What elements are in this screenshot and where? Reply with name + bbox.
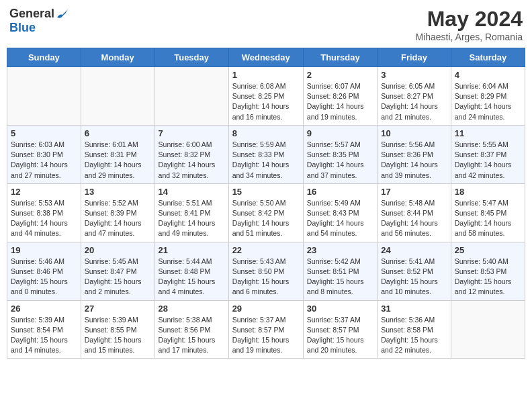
day-info-line: and 4 minutes. (159, 287, 205, 295)
calendar-cell: 15Sunrise: 5:50 AMSunset: 8:42 PMDayligh… (228, 183, 303, 242)
day-number: 3 (381, 70, 447, 80)
weekday-header-thursday: Thursday (303, 48, 377, 67)
logo-bird-icon (56, 8, 69, 20)
day-info-line: Sunrise: 5:47 AM (455, 199, 508, 207)
day-info-line: Sunrise: 5:44 AM (159, 257, 212, 265)
weekday-header-saturday: Saturday (451, 48, 525, 67)
day-info: Sunrise: 5:44 AMSunset: 8:48 PMDaylight:… (159, 257, 225, 298)
day-info-line: and 51 minutes. (232, 229, 283, 237)
day-info: Sunrise: 5:51 AMSunset: 8:41 PMDaylight:… (159, 198, 225, 239)
day-info-line: Sunrise: 5:48 AM (381, 199, 435, 207)
day-info: Sunrise: 5:55 AMSunset: 8:37 PMDaylight:… (455, 140, 521, 181)
day-number: 22 (232, 245, 300, 255)
day-info-line: and 29 minutes. (85, 171, 135, 179)
day-info-line: and 21 minutes. (381, 113, 431, 121)
calendar-cell: 2Sunrise: 6:07 AMSunset: 8:26 PMDaylight… (303, 67, 377, 126)
day-info: Sunrise: 6:05 AMSunset: 8:27 PMDaylight:… (381, 81, 447, 122)
calendar-cell: 12Sunrise: 5:53 AMSunset: 8:38 PMDayligh… (7, 183, 81, 242)
day-info-line: and 16 minutes. (232, 113, 283, 121)
day-info-line: and 19 minutes. (307, 113, 357, 121)
day-info-line: Daylight: 15 hours (232, 336, 290, 344)
day-info: Sunrise: 5:49 AMSunset: 8:43 PMDaylight:… (307, 198, 373, 239)
day-info-line: Sunrise: 6:05 AM (381, 82, 435, 90)
logo-general-text: General (9, 7, 54, 21)
title-section: May 2024 Mihaesti, Arges, Romania (415, 7, 523, 42)
calendar-cell: 1Sunrise: 6:08 AMSunset: 8:25 PMDaylight… (228, 67, 303, 126)
day-info-line: Sunrise: 5:52 AM (85, 199, 138, 207)
day-info: Sunrise: 6:03 AMSunset: 8:30 PMDaylight:… (11, 140, 77, 181)
calendar-cell (154, 67, 228, 126)
calendar-cell: 22Sunrise: 5:43 AMSunset: 8:50 PMDayligh… (228, 242, 303, 300)
day-info-line: Sunset: 8:26 PM (307, 92, 359, 100)
day-info-line: Sunrise: 5:56 AM (381, 140, 435, 148)
calendar-cell: 14Sunrise: 5:51 AMSunset: 8:41 PMDayligh… (154, 183, 228, 242)
day-info-line: Sunset: 8:31 PM (85, 150, 137, 158)
day-number: 1 (232, 70, 300, 80)
day-info: Sunrise: 5:39 AMSunset: 8:54 PMDaylight:… (11, 315, 77, 356)
day-info-line: and 22 minutes. (381, 346, 431, 354)
day-info-line: Daylight: 14 hours (455, 102, 512, 110)
day-info: Sunrise: 5:42 AMSunset: 8:51 PMDaylight:… (307, 257, 373, 298)
day-info-line: Sunset: 8:35 PM (307, 150, 359, 158)
day-info-line: Daylight: 15 hours (455, 277, 512, 285)
day-info-line: and 2 minutes. (85, 287, 131, 295)
day-info-line: Daylight: 14 hours (11, 161, 68, 169)
day-info-line: and 10 minutes. (381, 287, 431, 295)
day-number: 27 (85, 304, 151, 314)
day-number: 18 (455, 187, 521, 197)
day-number: 9 (307, 128, 373, 138)
calendar-cell: 21Sunrise: 5:44 AMSunset: 8:48 PMDayligh… (154, 242, 228, 300)
day-number: 29 (232, 304, 300, 314)
day-info-line: Sunrise: 5:37 AM (232, 316, 286, 324)
calendar-cell: 17Sunrise: 5:48 AMSunset: 8:44 PMDayligh… (378, 183, 451, 242)
page-header: General Blue May 2024 Mihaesti, Arges, R… (7, 7, 525, 42)
day-info-line: Sunset: 8:47 PM (85, 267, 137, 275)
day-info-line: Daylight: 14 hours (85, 219, 142, 227)
day-info-line: Sunset: 8:46 PM (11, 267, 63, 275)
day-info-line: and 58 minutes. (455, 229, 505, 237)
day-info: Sunrise: 6:08 AMSunset: 8:25 PMDaylight:… (232, 81, 300, 122)
logo-blue-text: Blue (9, 21, 36, 35)
day-info-line: Daylight: 15 hours (381, 277, 438, 285)
day-info-line: Sunset: 8:43 PM (307, 209, 359, 217)
day-info-line: and 32 minutes. (159, 171, 209, 179)
calendar-week-row: 19Sunrise: 5:46 AMSunset: 8:46 PMDayligh… (7, 242, 525, 300)
weekday-header-monday: Monday (81, 48, 154, 67)
calendar-cell: 20Sunrise: 5:45 AMSunset: 8:47 PMDayligh… (81, 242, 154, 300)
day-info-line: Sunset: 8:57 PM (307, 326, 359, 334)
day-info-line: Sunset: 8:45 PM (455, 209, 507, 217)
day-info-line: Daylight: 14 hours (381, 102, 438, 110)
day-info-line: Sunset: 8:27 PM (381, 92, 433, 100)
day-info-line: Sunset: 8:58 PM (381, 326, 433, 334)
calendar-cell: 13Sunrise: 5:52 AMSunset: 8:39 PMDayligh… (81, 183, 154, 242)
day-info: Sunrise: 5:45 AMSunset: 8:47 PMDaylight:… (85, 257, 151, 298)
day-info-line: Daylight: 15 hours (159, 336, 216, 344)
day-info-line: Daylight: 14 hours (232, 219, 290, 227)
day-info-line: and 39 minutes. (381, 171, 431, 179)
calendar-week-row: 26Sunrise: 5:39 AMSunset: 8:54 PMDayligh… (7, 300, 525, 359)
day-info-line: Daylight: 15 hours (11, 336, 68, 344)
day-info-line: and 19 minutes. (232, 346, 283, 354)
day-number: 28 (159, 304, 225, 314)
day-number: 31 (381, 304, 447, 314)
day-info-line: Daylight: 14 hours (381, 161, 438, 169)
day-info-line: Sunrise: 5:46 AM (11, 257, 64, 265)
day-number: 16 (307, 187, 373, 197)
day-info-line: and 44 minutes. (11, 229, 61, 237)
day-info-line: Sunrise: 5:55 AM (455, 140, 508, 148)
day-info-line: Sunrise: 5:49 AM (307, 199, 361, 207)
day-info-line: Sunset: 8:48 PM (159, 267, 211, 275)
calendar-cell: 29Sunrise: 5:37 AMSunset: 8:57 PMDayligh… (228, 300, 303, 359)
calendar-week-row: 12Sunrise: 5:53 AMSunset: 8:38 PMDayligh… (7, 183, 525, 242)
calendar-week-row: 1Sunrise: 6:08 AMSunset: 8:25 PMDaylight… (7, 67, 525, 126)
day-info: Sunrise: 5:59 AMSunset: 8:33 PMDaylight:… (232, 140, 300, 181)
day-info-line: Daylight: 14 hours (232, 161, 290, 169)
day-number: 10 (381, 128, 447, 138)
day-info-line: Sunset: 8:36 PM (381, 150, 433, 158)
day-info-line: Sunset: 8:52 PM (381, 267, 433, 275)
day-info-line: Sunrise: 6:03 AM (11, 140, 64, 148)
day-info-line: Sunset: 8:42 PM (232, 209, 285, 217)
calendar-cell: 25Sunrise: 5:40 AMSunset: 8:53 PMDayligh… (451, 242, 525, 300)
weekday-header-sunday: Sunday (7, 48, 81, 67)
day-info: Sunrise: 5:41 AMSunset: 8:52 PMDaylight:… (381, 257, 447, 298)
